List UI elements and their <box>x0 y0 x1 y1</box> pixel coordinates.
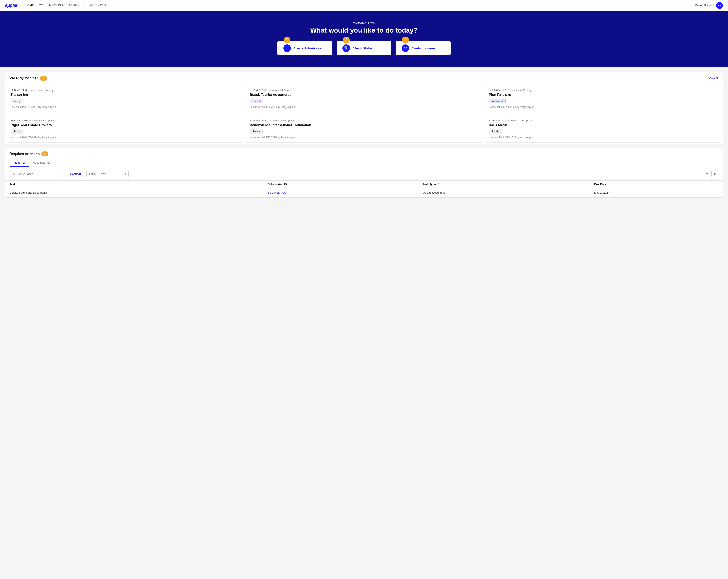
nav-messages[interactable]: MESSAGES <box>90 3 106 8</box>
recently-modified-badge: 4 <box>40 76 47 81</box>
cards-grid: SUB0425DLVL · Commercial Property Tranto… <box>5 83 723 144</box>
sub-name-5: Kaus Media <box>489 123 718 127</box>
hero-actions: 1 + Create Submission 2 🔍 Check Status <box>5 41 723 55</box>
sub-badge-2: In Review <box>489 99 505 104</box>
type-filter[interactable]: TYPE | Any ▾ <box>86 171 129 177</box>
requires-attention-badge: 5 <box>42 151 48 157</box>
sub-id-3: SUB042535GN · Commercial Property <box>10 119 239 122</box>
recently-modified-title: Recently Modified <box>9 77 38 80</box>
sub-badge-1: Quoted <box>250 99 263 104</box>
pin-2: 2 <box>342 36 350 45</box>
nav-home[interactable]: HOME <box>25 3 33 8</box>
contact-insurer-card[interactable]: 3 ✉ Contact Insurer <box>396 41 451 55</box>
caret-icon: ▾ <box>712 4 713 7</box>
create-submission-label: Create Submission <box>293 47 322 50</box>
requires-attention-section: Requires Attention 5 Tasks 1 Messages 1 … <box>5 148 723 198</box>
messages-count-badge: 1 <box>47 161 51 164</box>
sub-name-3: Rigel Real Estate Brokers <box>10 123 239 127</box>
submission-card-2[interactable]: SUB0425BOU2 · Commercial Package Pion Pa… <box>485 85 721 112</box>
type-value: Any <box>101 172 124 175</box>
tab-tasks[interactable]: Tasks 1 <box>9 159 29 167</box>
sub-badge-0: Ready <box>10 99 23 104</box>
refresh-button[interactable]: ↻ <box>711 171 719 177</box>
search-icon: 🔍 <box>12 172 15 175</box>
sub-modified-5: Last modified 4/25/2024 by Andy Appian <box>489 136 718 139</box>
sub-name-4: Benevolence International Foundation <box>250 123 478 127</box>
sub-id-1: SUB0425F1MA · Commercial Auto <box>250 89 478 92</box>
search-button[interactable]: SEARCH <box>67 171 84 177</box>
sub-id-2: SUB0425BOU2 · Commercial Package <box>489 89 718 92</box>
pin-1-number: 1 <box>283 37 291 41</box>
col-submission-id: Submission ID <box>264 181 419 188</box>
col-task: Task <box>5 181 264 188</box>
sub-badge-4: Ready <box>250 129 263 134</box>
col-due-date: Due Date <box>590 181 723 188</box>
task-name: Upload Supporting Documents <box>5 188 264 197</box>
tasks-toolbar: 🔍 SEARCH TYPE | Any ▾ ▿ ↻ <box>5 167 723 180</box>
sub-id-4: SUB0425ABWY · Commercial Property <box>250 119 478 122</box>
hero-section: Welcome, Ezra What would you like to do … <box>0 11 728 67</box>
check-status-card[interactable]: 2 🔍 Check Status <box>337 41 391 55</box>
pin-1: 1 <box>283 36 291 45</box>
recently-modified-section: Recently Modified 4 View All SUB0425DLVL… <box>5 72 723 144</box>
col-task-type: Task Type ⇅ <box>418 181 590 188</box>
filter-actions: ▿ ↻ <box>704 171 719 177</box>
section-title-wrap: Recently Modified 4 <box>9 76 47 81</box>
search-input[interactable] <box>17 172 62 175</box>
sub-badge-5: Ready <box>489 129 502 134</box>
search-wrap: 🔍 <box>9 171 64 177</box>
nav-links: HOME MY SUBMISSIONS CUSTOMERS MESSAGES <box>25 3 688 8</box>
type-caret-icon: ▾ <box>125 172 126 175</box>
submission-card-3[interactable]: SUB042535GN · Commercial Property Rigel … <box>7 115 243 142</box>
sub-name-1: Bossk Tourist Adventures <box>250 93 478 97</box>
sub-modified-1: Last modified 4/25/2024 by Andy Appian <box>250 106 478 109</box>
submission-card-1[interactable]: SUB0425F1MA · Commercial Auto Bossk Tour… <box>246 85 482 112</box>
hero-welcome: Welcome, Ezra <box>5 21 723 25</box>
pin-2-number: 2 <box>342 37 350 41</box>
broker-portal-dropdown[interactable]: Broker Portal ▾ <box>696 4 714 7</box>
sub-modified-0: Last modified 4/26/2024 by Andy Appian <box>10 106 239 109</box>
contact-insurer-label: Contact Insurer <box>412 47 435 50</box>
sub-name-0: Trantor Inc <box>10 93 239 97</box>
nav-submissions[interactable]: MY SUBMISSIONS <box>38 3 62 8</box>
appian-logo[interactable]: appian <box>5 3 19 8</box>
sub-id-0: SUB0425DLVL · Commercial Property <box>10 89 239 92</box>
requires-attention-header: Requires Attention 5 <box>5 148 723 157</box>
tabs: Tasks 1 Messages 1 <box>5 159 723 167</box>
navbar: appian HOME MY SUBMISSIONS CUSTOMERS MES… <box>0 0 728 11</box>
filter-icon: ▿ <box>706 172 708 175</box>
sub-modified-3: Last modified 4/25/2024 by Andy Appian <box>10 136 239 139</box>
sub-modified-2: Last modified 4/25/2024 by Andy Appian <box>489 106 718 109</box>
submission-card-0[interactable]: SUB0425DLVL · Commercial Property Tranto… <box>7 85 243 112</box>
create-submission-card[interactable]: 1 + Create Submission <box>277 41 332 55</box>
table-row: Upload Supporting Documents SUB0425AJQJ … <box>5 188 723 197</box>
submission-id-link[interactable]: SUB0425AJQJ <box>264 188 419 197</box>
check-status-label: Check Status <box>353 47 373 50</box>
create-submission-icon: + <box>283 44 291 52</box>
hero-title: What would you like to do today? <box>5 26 723 34</box>
submission-link[interactable]: SUB0425AJQJ <box>268 191 286 194</box>
submission-card-4[interactable]: SUB0425ABWY · Commercial Property Benevo… <box>246 115 482 142</box>
pin-3-number: 3 <box>401 37 409 41</box>
view-all-link[interactable]: View All <box>709 77 719 80</box>
tasks-count-badge: 1 <box>22 161 26 164</box>
task-type-value: Upload Document <box>418 188 590 197</box>
nav-customers[interactable]: CUSTOMERS <box>68 3 85 8</box>
sub-name-2: Pion Partners <box>489 93 718 97</box>
type-label: TYPE <box>89 172 96 175</box>
sub-badge-3: Ready <box>10 129 23 134</box>
refresh-icon: ↻ <box>713 172 716 175</box>
pin-3: 3 <box>401 36 409 45</box>
avatar[interactable]: EV <box>716 2 723 9</box>
requires-attention-title: Requires Attention <box>9 152 40 156</box>
recently-modified-header: Recently Modified 4 View All <box>5 73 723 83</box>
filter-button[interactable]: ▿ <box>704 171 710 177</box>
tasks-table: Task Submission ID Task Type ⇅ Due Date … <box>5 180 723 197</box>
navbar-right: Broker Portal ▾ EV <box>696 2 723 9</box>
check-status-icon: 🔍 <box>342 44 350 52</box>
submission-card-5[interactable]: SUB0425AJQJ · Commercial Property Kaus M… <box>485 115 721 142</box>
tab-messages[interactable]: Messages 1 <box>29 159 54 167</box>
due-date-value: May 2, 2024 <box>590 188 723 197</box>
sub-id-5: SUB0425AJQJ · Commercial Property <box>489 119 718 122</box>
sort-icon[interactable]: ⇅ <box>438 183 439 186</box>
